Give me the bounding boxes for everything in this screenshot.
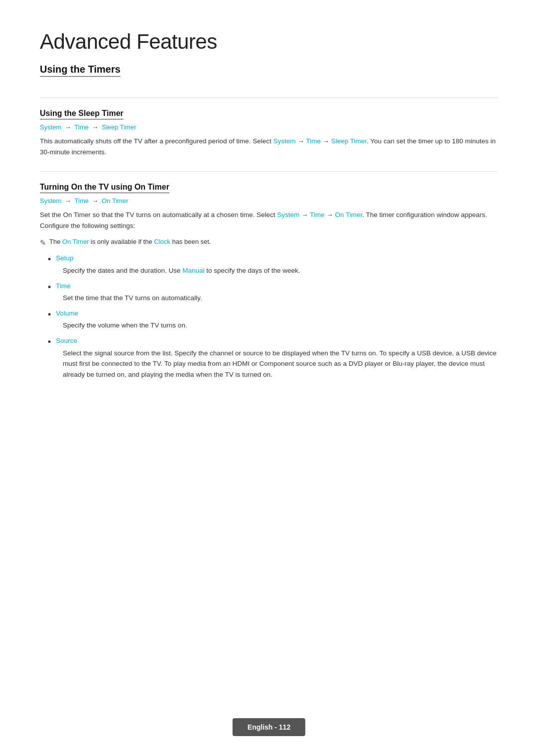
on-timer-body-link2[interactable]: Time — [310, 211, 325, 218]
page-container: Advanced Features Using the Timers Using… — [0, 0, 538, 433]
bullet-item-time: • Time Set the time that the TV turns on… — [40, 282, 498, 304]
note-text1: The — [49, 238, 62, 245]
sleep-timer-body-link3[interactable]: Sleep Timer — [331, 137, 367, 145]
on-timer-body: Set the On Timer so that the TV turns on… — [40, 210, 498, 231]
bullet-desc-time: Set the time that the TV turns on automa… — [63, 293, 498, 304]
note-text: The On Timer is only available if the Cl… — [49, 238, 211, 245]
bullet-label-source: Source — [56, 337, 77, 344]
note-text3: has been set. — [170, 238, 211, 245]
bullet-dot-setup: • — [48, 254, 51, 265]
sleep-timer-body-arrow1: → — [296, 137, 306, 145]
on-timer-breadcrumb: System → Time → On Timer — [40, 197, 498, 205]
breadcrumb-arrow1-on: → — [63, 197, 73, 205]
breadcrumb-system-on[interactable]: System — [40, 197, 61, 205]
sleep-timer-body-text1: This automatically shuts off the TV afte… — [40, 137, 273, 145]
main-section-timers: Using the Timers — [40, 64, 498, 83]
on-timer-heading: Turning On the TV using On Timer — [40, 183, 169, 193]
on-timer-body-link1[interactable]: System — [277, 211, 299, 218]
on-timer-note: ✎ The On Timer is only available if the … — [40, 238, 498, 247]
note-link1[interactable]: On Timer — [62, 238, 89, 245]
bullet-desc-setup: Specify the dates and the duration. Use … — [63, 265, 498, 276]
bullet-desc-setup-link[interactable]: Manual — [182, 267, 204, 274]
note-link2[interactable]: Clock — [154, 238, 170, 245]
bullet-item-source: • Source Select the signal source from t… — [40, 337, 498, 380]
note-text2: is only available if the — [89, 238, 154, 245]
bullet-item-volume: • Volume Specify the volume when the TV … — [40, 310, 498, 331]
breadcrumb-arrow2-on: → — [90, 197, 100, 205]
bullet-desc-volume: Specify the volume when the TV turns on. — [63, 320, 498, 331]
bullet-dot-volume: • — [48, 310, 51, 321]
on-timer-body-link3[interactable]: On Timer — [335, 211, 363, 218]
sleep-timer-body-arrow2: → — [321, 137, 331, 145]
section-title: Using the Timers — [40, 64, 121, 77]
bullet-dot-time: • — [48, 282, 51, 293]
bullet-label-time: Time — [56, 282, 71, 290]
breadcrumb-item-on[interactable]: On Timer — [102, 197, 128, 205]
bullet-label-volume: Volume — [56, 310, 78, 317]
on-timer-body-text1: Set the On Timer so that the TV turns on… — [40, 211, 277, 218]
breadcrumb-arrow2-sleep: → — [90, 123, 100, 131]
breadcrumb-item-sleep[interactable]: Sleep Timer — [102, 123, 136, 131]
footer-label: English - 112 — [233, 718, 305, 736]
page-title: Advanced Features — [40, 30, 498, 54]
bullet-label-setup: Setup — [56, 254, 73, 262]
sleep-timer-breadcrumb: System → Time → Sleep Timer — [40, 123, 498, 131]
breadcrumb-time-sleep[interactable]: Time — [75, 123, 89, 131]
sleep-timer-heading: Using the Sleep Timer — [40, 109, 124, 119]
on-timer-body-arrow1: → — [299, 211, 310, 218]
bullet-desc-source: Select the signal source from the list. … — [63, 348, 498, 380]
breadcrumb-system-sleep[interactable]: System — [40, 123, 61, 131]
bullet-dot-source: • — [48, 337, 51, 348]
on-timer-section: Turning On the TV using On Timer System … — [40, 183, 498, 380]
sleep-timer-body-link2[interactable]: Time — [306, 137, 321, 145]
breadcrumb-arrow1-sleep: → — [63, 123, 73, 131]
on-timer-body-arrow2: → — [325, 211, 335, 218]
divider-1 — [40, 98, 498, 98]
sleep-timer-body-link1[interactable]: System — [273, 137, 296, 145]
bullet-item-setup: • Setup Specify the dates and the durati… — [40, 254, 498, 276]
breadcrumb-time-on[interactable]: Time — [75, 197, 89, 205]
sleep-timer-body: This automatically shuts off the TV afte… — [40, 136, 498, 157]
sleep-timer-section: Using the Sleep Timer System → Time → Sl… — [40, 109, 498, 157]
divider-2 — [40, 171, 498, 172]
note-icon: ✎ — [40, 238, 46, 247]
